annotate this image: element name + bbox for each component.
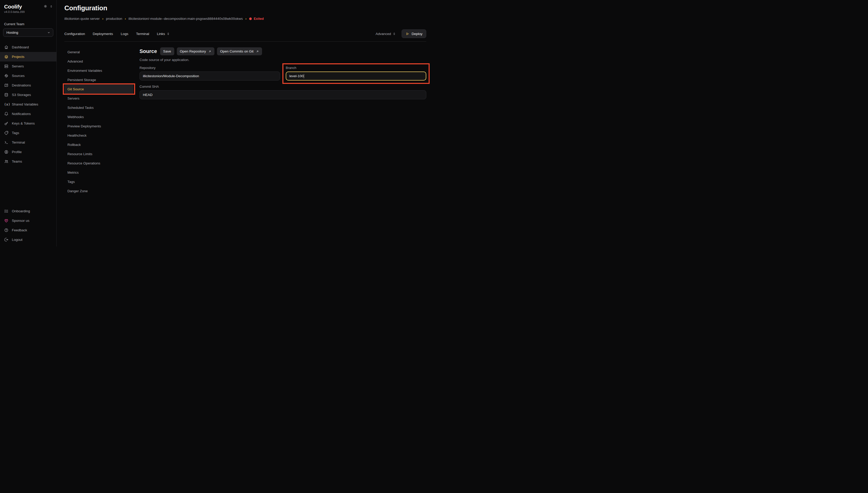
- theme-toggle-sun-icon[interactable]: [44, 5, 47, 8]
- chevron-down-icon: [47, 31, 50, 34]
- commit-sha-input[interactable]: HEAD: [140, 90, 426, 99]
- breadcrumb-separator-icon: ›: [125, 17, 126, 21]
- sidebar-item-servers[interactable]: Servers: [0, 62, 56, 71]
- sidebar-item-destinations[interactable]: Destinations: [0, 81, 56, 90]
- breadcrumb: illicitonion quote server › production ›…: [64, 17, 426, 21]
- chevrons-up-down-icon: [167, 32, 170, 36]
- open-commits-button[interactable]: Open Commits on Git: [217, 47, 262, 55]
- terminal-prompt-icon: [4, 140, 8, 145]
- tab-terminal[interactable]: Terminal: [136, 32, 149, 36]
- branch-field: Branch level-100: [286, 66, 426, 81]
- user-circle-icon: [4, 150, 8, 154]
- sidebar-item-teams[interactable]: Teams: [0, 157, 56, 166]
- app-window: Coolify v4.0.0-beta.399 Current Team Hos…: [0, 0, 434, 246]
- status-text: Exited: [254, 17, 264, 21]
- tab-deployments[interactable]: Deployments: [93, 32, 113, 36]
- subnav-item-rollback[interactable]: Rollback: [64, 140, 133, 149]
- subnav-item-resource-limits[interactable]: Resource Limits: [64, 149, 133, 158]
- bell-icon: [4, 112, 8, 116]
- subnav-item-persistent-storage[interactable]: Persistent Storage: [64, 75, 133, 84]
- tab-links[interactable]: Links: [157, 32, 170, 36]
- chevrons-up-down-icon: [393, 32, 396, 36]
- commit-sha-field: Commit SHA HEAD: [140, 85, 426, 99]
- sidebar-item-tags[interactable]: Tags: [0, 128, 56, 138]
- subnav-item-preview-deployments[interactable]: Preview Deployments: [64, 122, 133, 131]
- breadcrumb-separator-icon: ›: [245, 17, 246, 21]
- logout-icon: [4, 237, 8, 242]
- parens-x-icon: (x): [4, 102, 8, 106]
- arrow-up-right-icon: [256, 50, 259, 53]
- sidebar-item-terminal[interactable]: Terminal: [0, 138, 56, 147]
- sidebar-item-keys-tokens[interactable]: Keys & Tokens: [0, 119, 56, 128]
- sidebar-item-logout[interactable]: Logout: [0, 235, 56, 244]
- sidebar-item-shared-variables[interactable]: (x) Shared Variables: [0, 100, 56, 109]
- sidebar-item-dashboard[interactable]: Dashboard: [0, 42, 56, 52]
- advanced-toggle[interactable]: Advanced: [376, 32, 396, 36]
- key-icon: [4, 121, 8, 126]
- breadcrumb-environment[interactable]: production: [106, 17, 122, 21]
- main-content: Configuration illicitonion quote server …: [57, 0, 434, 246]
- repository-label: Repository: [140, 66, 280, 70]
- section-description: Code source of your application.: [140, 58, 426, 62]
- status-dot-icon: [249, 18, 252, 20]
- arrow-up-right-icon: [208, 50, 211, 53]
- commit-sha-label: Commit SHA: [140, 85, 426, 88]
- text-cursor: [304, 74, 304, 78]
- server-icon: [4, 64, 8, 68]
- subnav-item-scheduled-tasks[interactable]: Scheduled Tasks: [64, 103, 133, 112]
- tab-bar: Configuration Deployments Logs Terminal …: [64, 29, 426, 38]
- branch-input[interactable]: level-100: [286, 71, 426, 81]
- repository-field: Repository illicitestonion/Module-Decomp…: [140, 66, 280, 81]
- breadcrumb-project[interactable]: illicitonion quote server: [64, 17, 100, 21]
- sidebar-item-sources[interactable]: Sources: [0, 71, 56, 81]
- app-logo: Coolify: [4, 4, 22, 9]
- sidebar-footer-nav: Onboarding Sponsor us Feedback Logout: [0, 206, 56, 246]
- subnav-item-advanced[interactable]: Advanced: [64, 57, 133, 66]
- tab-divider: [64, 41, 426, 42]
- open-repository-button[interactable]: Open Repository: [177, 47, 214, 55]
- tag-icon: [4, 131, 8, 135]
- breadcrumb-resource[interactable]: illicitestonion/-module--decomposition:m…: [128, 17, 243, 21]
- sidebar: Coolify v4.0.0-beta.399 Current Team Hos…: [0, 0, 57, 246]
- repository-input[interactable]: illicitestonion/Module-Decomposition: [140, 71, 280, 81]
- layers-icon: [4, 55, 8, 59]
- app-version: v4.0.0-beta.399: [0, 9, 56, 14]
- subnav-item-git-source[interactable]: Git Source: [64, 84, 133, 94]
- subnav-item-servers[interactable]: Servers: [64, 94, 133, 103]
- subnav-item-danger-zone[interactable]: Danger Zone: [64, 186, 133, 196]
- home-icon: [4, 45, 8, 49]
- page-title: Configuration: [64, 4, 426, 12]
- git-source-icon: [4, 73, 8, 78]
- tab-logs[interactable]: Logs: [121, 32, 128, 36]
- save-button[interactable]: Save: [160, 47, 174, 55]
- theme-unfold-icon[interactable]: [50, 5, 53, 8]
- sidebar-item-feedback[interactable]: Feedback: [0, 226, 56, 235]
- sidebar-item-sponsor-us[interactable]: Sponsor us: [0, 216, 56, 226]
- subnav-item-resource-operations[interactable]: Resource Operations: [64, 158, 133, 168]
- deploy-button[interactable]: Deploy: [402, 29, 426, 38]
- subnav-item-environment-variables[interactable]: Environment Variables: [64, 66, 133, 75]
- brand-row: Coolify: [0, 0, 56, 9]
- sidebar-item-s3-storages[interactable]: S3 Storages: [0, 90, 56, 100]
- subnav-item-metrics[interactable]: Metrics: [64, 168, 133, 177]
- current-team-label: Current Team: [4, 22, 52, 26]
- subnav-item-healthcheck[interactable]: Healthcheck: [64, 131, 133, 140]
- sidebar-item-profile[interactable]: Profile: [0, 147, 56, 157]
- subnav-item-tags[interactable]: Tags: [64, 177, 133, 186]
- settings-subnav: General Advanced Environment Variables P…: [64, 47, 133, 196]
- tab-configuration[interactable]: Configuration: [64, 32, 85, 36]
- sidebar-item-projects[interactable]: Projects: [0, 52, 56, 62]
- map-icon: [4, 83, 8, 87]
- status-badge: Exited: [249, 17, 264, 21]
- sidebar-item-onboarding[interactable]: Onboarding: [0, 206, 56, 216]
- branch-label: Branch: [286, 66, 426, 70]
- sidebar-nav: Dashboard Projects Servers Sources Desti…: [0, 42, 56, 166]
- subnav-item-general[interactable]: General: [64, 47, 133, 57]
- breadcrumb-separator-icon: ›: [102, 17, 103, 21]
- sidebar-item-notifications[interactable]: Notifications: [0, 109, 56, 119]
- subnav-item-webhooks[interactable]: Webhooks: [64, 112, 133, 122]
- play-icon: [405, 32, 409, 36]
- users-icon: [4, 159, 8, 164]
- git-source-panel: Source Save Open Repository Open Commits…: [133, 47, 426, 196]
- team-select[interactable]: Hosting: [3, 28, 53, 37]
